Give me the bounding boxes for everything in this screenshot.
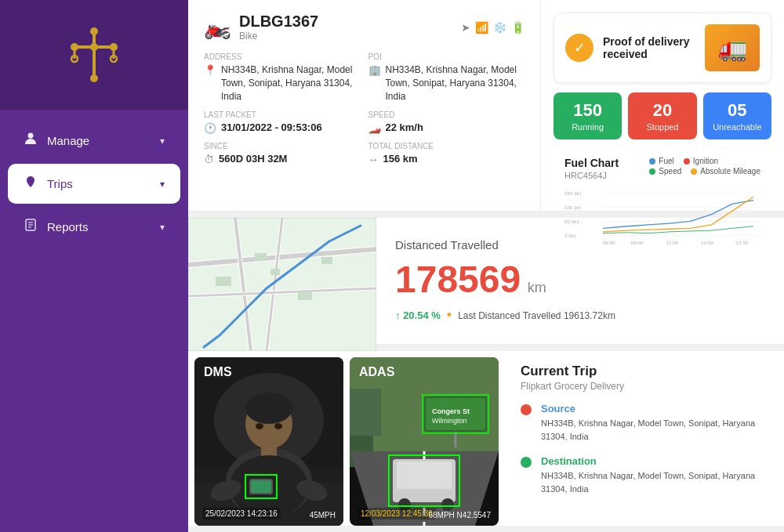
- proof-card: ✓ Proof of delivery received 🚛: [554, 13, 771, 83]
- sidebar-item-manage-label: Manage: [47, 134, 89, 147]
- bike-icon: 🏍️: [204, 14, 231, 40]
- stat-unreachable: 05 Unreachable: [703, 92, 771, 139]
- address-item: Address 📍 NH334B, Krishna Nagar, Model T…: [204, 52, 361, 103]
- trip-title: Current Trip: [521, 364, 768, 379]
- vehicle-id: DLBG1367: [239, 13, 318, 31]
- svg-point-2: [90, 27, 98, 35]
- svg-text:Wilmington: Wilmington: [432, 417, 467, 425]
- sidebar-item-manage[interactable]: Manage ▾: [8, 121, 180, 161]
- stat-running-number: 150: [573, 100, 602, 121]
- total-distance-label: Total Distance: [368, 142, 525, 150]
- sidebar: Manage ▾ Trips ▾: [0, 0, 188, 532]
- svg-point-54: [274, 423, 282, 429]
- dms-scene: [194, 357, 343, 526]
- dms-label: DMS: [204, 365, 232, 379]
- since-value: 560D 03H 32M: [219, 153, 287, 165]
- svg-rect-64: [350, 389, 381, 436]
- clock-icon: 🕐: [204, 122, 216, 134]
- adas-timestamp: 12/03/2023 12:45:36: [358, 508, 436, 519]
- vehicle-header-left: 🏍️ DLBG1367 Bike: [204, 13, 318, 42]
- total-distance-item: Total Distance ↔ 156 km: [368, 142, 525, 165]
- stat-stopped-label: Stopped: [647, 122, 679, 132]
- trips-chevron-icon: ▾: [160, 179, 165, 190]
- distance-dot: •: [447, 307, 452, 324]
- sidebar-item-reports-label: Reports: [47, 220, 89, 233]
- since-item: Since ⏱ 560D 03H 32M: [204, 142, 361, 165]
- svg-rect-41: [270, 269, 280, 275]
- fuel-chart-subtitle: HRC4564J: [564, 171, 619, 180]
- destination-dot-icon: [521, 457, 532, 468]
- distance-sub-text: Last Distanced Travelled 19613.72km: [458, 310, 615, 321]
- speed-icon: 🏎️: [368, 122, 381, 134]
- adas-scene: Congers St Wilmington: [350, 357, 499, 526]
- fuel-chart-svg: 250 (ltr) 100 (ltr) 50 (ltr) 0 (ltr): [564, 186, 760, 249]
- truck-icon: 🚛: [705, 24, 760, 71]
- proof-text: Proof of delivery received: [603, 35, 695, 60]
- stat-unreachable-number: 05: [728, 100, 746, 121]
- camera-feeds: DMS: [188, 351, 505, 526]
- last-packet-label: Last Packet: [204, 110, 361, 119]
- speed-label: Speed: [368, 110, 525, 119]
- map-svg: [188, 218, 376, 351]
- main-content: 🏍️ DLBG1367 Bike ➤ 📶 ❄️ 🔋 Address: [188, 0, 784, 532]
- battery-icon: 🔋: [511, 21, 524, 34]
- fuel-legend: Fuel Ignition Speed Absolute Mileage: [649, 157, 760, 176]
- info-grid: Address 📍 NH334B, Krishna Nagar, Model T…: [204, 52, 524, 165]
- dms-timestamp: 25/02/2023 14:23:16: [202, 508, 281, 519]
- reports-icon: [24, 218, 38, 236]
- vehicle-status-icons: ➤ 📶 ❄️ 🔋: [461, 21, 524, 34]
- svg-rect-40: [255, 253, 267, 261]
- stat-running-label: Running: [572, 122, 604, 132]
- svg-point-6: [90, 43, 98, 51]
- svg-rect-42: [216, 277, 231, 286]
- logo-icon: [63, 24, 125, 86]
- svg-point-53: [256, 423, 263, 429]
- svg-text:12:55: 12:55: [736, 240, 749, 245]
- stat-running: 150 Running: [554, 92, 622, 139]
- dms-speed: 45MPH: [310, 511, 336, 519]
- sidebar-item-trips-label: Trips: [47, 177, 73, 190]
- svg-text:0 (ltr): 0 (ltr): [564, 233, 576, 238]
- poi-item: POI 🏢 NH334B, Krishna Nagar, Model Town,…: [368, 52, 525, 103]
- address-value: NH334B, Krishna Nagar, Model Town, Sonip…: [221, 63, 361, 103]
- trip-destination: Destination NH334B, Krishna Nagar, Model…: [521, 455, 768, 495]
- fuel-chart-area: Fuel Chart HRC4564J Fuel Ignition Speed …: [554, 149, 771, 257]
- timer-icon: ⏱: [204, 154, 214, 165]
- delivery-panel: ✓ Proof of delivery received 🚛 150 Runni…: [541, 0, 784, 211]
- sidebar-item-trips[interactable]: Trips ▾: [8, 164, 180, 204]
- distance-sub: ↑ 20.54 % • Last Distanced Travelled 196…: [395, 307, 765, 324]
- svg-point-75: [441, 498, 454, 511]
- trip-source: Source NH334B, Krishna Nagar, Model Town…: [521, 403, 768, 443]
- adas-panel: ADAS Congers St Wilmington: [350, 357, 499, 526]
- trip-panel: Current Trip Flipkart Grocery Delivery S…: [505, 351, 784, 526]
- svg-rect-73: [397, 461, 452, 489]
- nav-items: Manage ▾ Trips ▾: [0, 110, 188, 258]
- poi-icon: 🏢: [368, 64, 381, 76]
- svg-text:50 (ltr): 50 (ltr): [564, 219, 579, 224]
- proof-check-icon: ✓: [565, 34, 593, 62]
- svg-point-3: [90, 74, 98, 82]
- vehicle-type: Bike: [239, 31, 318, 42]
- svg-text:11:00: 11:00: [666, 240, 678, 245]
- poi-value: NH334B, Krishna Nagar, Model Town, Sonip…: [386, 63, 525, 103]
- sidebar-item-reports[interactable]: Reports ▾: [8, 207, 180, 247]
- trip-destination-address: NH334B, Krishna Nagar, Model Town, Sonip…: [541, 469, 768, 495]
- dms-panel: DMS: [194, 357, 343, 526]
- route-icon: ↔: [368, 154, 379, 165]
- fuel-legend-fuel: Fuel: [659, 157, 673, 165]
- nav-icon: ➤: [461, 21, 470, 34]
- svg-rect-43: [298, 292, 312, 300]
- stat-stopped-number: 20: [653, 100, 672, 121]
- svg-text:12:09: 12:09: [701, 240, 713, 245]
- svg-text:09:00: 09:00: [631, 240, 644, 245]
- distance-unit: km: [528, 280, 546, 295]
- address-label: Address: [204, 52, 361, 61]
- distance-value: 178569: [395, 259, 521, 300]
- fuel-legend-speed: Speed: [659, 167, 681, 176]
- map-panel: [188, 218, 376, 351]
- svg-text:08:30: 08:30: [603, 240, 615, 245]
- stat-unreachable-label: Unreachable: [713, 122, 761, 132]
- manage-icon: [24, 132, 38, 150]
- speed-value: 22 km/h: [386, 121, 423, 133]
- poi-label: POI: [368, 52, 525, 61]
